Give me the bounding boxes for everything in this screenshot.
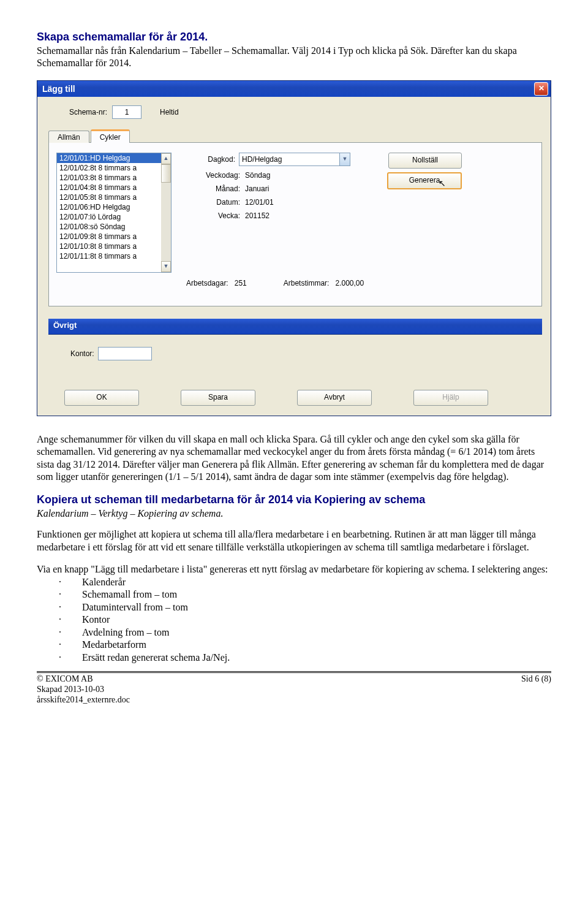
- list-item[interactable]: 12/01/05:8t 8 timmars a: [57, 192, 161, 202]
- hjalp-button[interactable]: Hjälp: [413, 390, 488, 406]
- schema-nr-input[interactable]: [112, 105, 141, 119]
- list-item[interactable]: 12/01/08:sö Söndag: [57, 222, 161, 232]
- cycle-listbox[interactable]: 12/01/01:HD Helgdag 12/01/02:8t 8 timmar…: [56, 153, 172, 273]
- scrollbar[interactable]: ▲ ▼: [161, 153, 171, 272]
- arbetstimmar-label: Arbetstimmar:: [284, 279, 330, 287]
- list-item: Avdelning from – tom: [82, 626, 169, 639]
- list-item[interactable]: 12/01/04:8t 8 timmars a: [57, 183, 161, 192]
- list-item[interactable]: 12/01/09:8t 8 timmars a: [57, 232, 161, 241]
- dialog-title: Lägg till: [42, 84, 534, 94]
- selector-list: ·Kalenderår ·Schemamall from – tom ·Datu…: [59, 576, 551, 664]
- vecka-label: Vecka:: [179, 211, 244, 220]
- scroll-thumb[interactable]: [161, 164, 171, 183]
- list-item[interactable]: 12/01/06:HD Helgdag: [57, 202, 161, 212]
- spara-button[interactable]: Spara: [181, 390, 255, 406]
- close-icon[interactable]: ✕: [534, 82, 548, 96]
- vecka-value: 201152: [244, 211, 270, 220]
- dagkod-label: Dagkod:: [179, 155, 239, 164]
- manad-label: Månad:: [179, 184, 244, 193]
- list-item[interactable]: 12/01/01:HD Helgdag: [57, 153, 161, 163]
- heading-create-templates: Skapa schemamallar för år 2014.: [37, 31, 551, 44]
- dialog-lagg-till: Lägg till ✕ Schema-nr: Heltid Allmän Cyk…: [37, 80, 551, 416]
- paragraph-selektering: Via en knapp "Lägg till medarbetare i li…: [37, 563, 551, 576]
- generera-button[interactable]: Generera: [387, 172, 462, 189]
- kontor-input[interactable]: [98, 347, 152, 360]
- arbetsdagar-value: 251: [235, 279, 247, 287]
- list-item[interactable]: 12/01/03:8t 8 timmars a: [57, 173, 161, 183]
- kontor-label: Kontor:: [70, 349, 94, 358]
- footer-copyright: © EXICOM AB: [37, 674, 130, 685]
- tab-pane-cykler: 12/01/01:HD Helgdag 12/01/02:8t 8 timmar…: [48, 143, 542, 306]
- ok-button[interactable]: OK: [64, 390, 139, 406]
- list-item[interactable]: 12/01/11:8t 8 timmars a: [57, 251, 161, 261]
- list-item: Kalenderår: [82, 576, 126, 588]
- heltid-label: Heltid: [160, 108, 179, 116]
- menu-path: Kalendarium – Verktyg – Kopiering av sch…: [37, 508, 551, 520]
- paragraph-function-desc: Funktionen ger möjlighet att kopiera ut …: [37, 528, 551, 553]
- datum-value: 12/01/01: [244, 198, 274, 207]
- chevron-down-icon[interactable]: ▼: [340, 153, 350, 166]
- paragraph-after-dialog: Ange schemanummer för vilken du vill ska…: [37, 433, 551, 484]
- list-item: Kontor: [82, 614, 110, 626]
- titlebar[interactable]: Lägg till ✕: [37, 81, 551, 97]
- scroll-up-icon[interactable]: ▲: [161, 153, 171, 164]
- list-item: Ersätt redan genererat schema Ja/Nej.: [82, 652, 230, 664]
- list-item: Schemamall from – tom: [82, 588, 177, 601]
- intro-paragraph: Schemamallar nås från Kalendarium – Tabe…: [37, 45, 551, 69]
- footer-page-number: Sid 6 (8): [521, 674, 551, 705]
- dagkod-combo[interactable]: ▼: [239, 153, 350, 166]
- tab-allman[interactable]: Allmän: [48, 131, 89, 143]
- ovrigt-header: Övrigt: [48, 319, 542, 335]
- nollstall-button[interactable]: Nollställ: [388, 153, 462, 169]
- manad-value: Januari: [244, 184, 269, 193]
- scroll-down-icon[interactable]: ▼: [161, 261, 171, 272]
- list-item: Medarbetarform: [82, 639, 146, 651]
- veckodag-value: Söndag: [244, 171, 270, 180]
- datum-label: Datum:: [179, 198, 244, 207]
- list-item: Datumintervall from – tom: [82, 601, 188, 614]
- list-item[interactable]: 12/01/02:8t 8 timmars a: [57, 163, 161, 173]
- schema-nr-label: Schema-nr:: [69, 108, 107, 116]
- veckodag-label: Veckodag:: [179, 171, 244, 180]
- avbryt-button[interactable]: Avbryt: [297, 390, 372, 406]
- tab-cykler[interactable]: Cykler: [91, 129, 130, 143]
- footer-created: Skapad 2013-10-03: [37, 685, 130, 695]
- list-item[interactable]: 12/01/10:8t 8 timmars a: [57, 241, 161, 251]
- page-footer: © EXICOM AB Skapad 2013-10-03 årsskifte2…: [37, 671, 551, 705]
- dagkod-input[interactable]: [239, 153, 340, 166]
- heading-kopiera-scheman: Kopiera ut scheman till medarbetarna för…: [37, 493, 551, 506]
- arbetstimmar-value: 2.000,00: [335, 279, 364, 287]
- arbetsdagar-label: Arbetsdagar:: [186, 279, 228, 287]
- list-item[interactable]: 12/01/07:lö Lördag: [57, 212, 161, 222]
- tab-strip: Allmän Cykler: [48, 129, 542, 143]
- footer-filename: årsskifte2014_externre.doc: [37, 695, 130, 705]
